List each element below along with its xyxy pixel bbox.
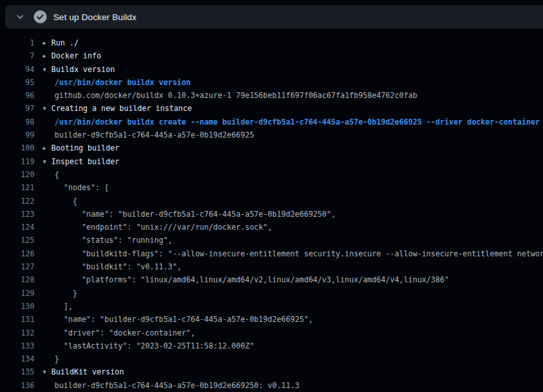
output-text: builder-d9cfb5a1-c764-445a-a57e-0b19d2e6… (55, 379, 299, 392)
output-text: "buildkit": "v0.11.3", (55, 260, 181, 273)
output-text: "nodes": [ (55, 181, 109, 194)
output-text: "name": "builder-d9cfb5a1-c764-445a-a57e… (55, 208, 336, 221)
step-header[interactable]: Set up Docker Buildx (5, 5, 543, 29)
output-text: "buildkitd-flags": "--allow-insecure-ent… (55, 247, 543, 260)
output-text: "lastActivity": "2023-02-25T11:58:12.000… (55, 339, 254, 352)
group-title: Run ./ (51, 36, 79, 49)
group-title: Docker info (51, 49, 101, 62)
log-line: 123 "name": "builder-d9cfb5a1-c764-445a-… (0, 208, 543, 221)
log-group-line[interactable]: 1▶Run ./ (0, 36, 543, 49)
group-collapsed-icon[interactable]: ▶ (43, 49, 51, 62)
line-number[interactable]: 119 (0, 155, 34, 168)
group-collapsed-icon[interactable]: ▶ (43, 36, 51, 49)
line-number[interactable]: 1 (0, 36, 34, 49)
group-expanded-icon[interactable]: ▼ (43, 155, 51, 168)
line-number[interactable]: 135 (0, 365, 34, 378)
line-number[interactable]: 94 (0, 63, 34, 76)
line-number[interactable]: 121 (0, 181, 34, 194)
line-number[interactable]: 131 (0, 313, 34, 326)
log-line: 129 } (0, 287, 543, 300)
line-number[interactable]: 98 (0, 116, 34, 129)
line-number[interactable]: 130 (0, 300, 34, 313)
group-title: Inspect builder (51, 155, 120, 168)
check-circle-icon (34, 10, 47, 23)
chevron-down-icon[interactable] (14, 11, 26, 23)
command-text: /usr/bin/docker buildx create --name bui… (55, 116, 540, 129)
line-number[interactable]: 124 (0, 221, 34, 234)
log-group-line[interactable]: 119▼Inspect builder (0, 155, 543, 168)
line-number[interactable]: 133 (0, 339, 34, 352)
line-number[interactable]: 126 (0, 247, 34, 260)
group-collapsed-icon[interactable]: ▶ (43, 141, 51, 154)
log-group-line[interactable]: 100▶Booting builder (0, 141, 543, 154)
command-text: /usr/bin/docker buildx version (55, 76, 190, 89)
log-line: 133 "lastActivity": "2023-02-25T11:58:12… (0, 339, 543, 352)
log-line: 132 "driver": "docker-container", (0, 326, 543, 339)
line-number[interactable]: 120 (0, 168, 34, 181)
group-expanded-icon[interactable]: ▼ (43, 63, 51, 76)
line-number[interactable]: 129 (0, 287, 34, 300)
step-title: Set up Docker Buildx (53, 12, 136, 22)
log-viewer: 1▶Run ./7▶Docker info94▼Buildx version95… (0, 29, 543, 392)
line-number[interactable]: 7 (0, 49, 34, 62)
log-line: 120{ (0, 168, 543, 181)
line-number[interactable]: 134 (0, 352, 34, 365)
log-line: 124 "endpoint": "unix:///var/run/docker.… (0, 221, 543, 234)
line-number[interactable]: 132 (0, 326, 34, 339)
log-group-line[interactable]: 135▼BuildKit version (0, 365, 543, 378)
log-line: 128 "platforms": "linux/amd64,linux/amd6… (0, 273, 543, 286)
output-text: "driver": "docker-container", (55, 326, 195, 339)
log-line: 121 "nodes": [ (0, 181, 543, 194)
line-number[interactable]: 99 (0, 129, 34, 141)
group-title: Booting builder (51, 141, 120, 154)
log-group-line[interactable]: 7▶Docker info (0, 49, 543, 62)
output-text: "platforms": "linux/amd64,linux/amd64/v2… (55, 273, 449, 286)
output-text: builder-d9cfb5a1-c764-445a-a57e-0b19d2e6… (55, 129, 254, 141)
log-line: 136builder-d9cfb5a1-c764-445a-a57e-0b19d… (0, 379, 543, 392)
log-line: 95/usr/bin/docker buildx version (0, 76, 543, 89)
log-line: 126 "buildkitd-flags": "--allow-insecure… (0, 247, 543, 260)
log-line: 99builder-d9cfb5a1-c764-445a-a57e-0b19d2… (0, 129, 543, 141)
log-group-line[interactable]: 97▼Creating a new builder instance (0, 102, 543, 115)
log-group-line[interactable]: 94▼Buildx version (0, 63, 543, 76)
group-expanded-icon[interactable]: ▼ (43, 365, 51, 378)
chevron-down-glyph (15, 12, 25, 22)
line-number[interactable]: 95 (0, 76, 34, 89)
log-line: 134} (0, 352, 543, 365)
output-text: "endpoint": "unix:///var/run/docker.sock… (55, 221, 272, 234)
group-expanded-icon[interactable]: ▼ (43, 102, 51, 115)
output-text: "name": "builder-d9cfb5a1-c764-445a-a57e… (55, 313, 313, 326)
check-circle-glyph (34, 10, 47, 23)
group-title: BuildKit version (51, 365, 124, 378)
log-line: 130 ], (0, 300, 543, 313)
output-text: ], (55, 300, 73, 313)
line-number[interactable]: 96 (0, 89, 34, 102)
group-title: Buildx version (51, 63, 115, 76)
output-text: { (55, 168, 59, 181)
log-line: 125 "status": "running", (0, 234, 543, 247)
line-number[interactable]: 127 (0, 260, 34, 273)
output-text: "status": "running", (55, 234, 172, 247)
line-number[interactable]: 128 (0, 273, 34, 286)
log-line: 98/usr/bin/docker buildx create --name b… (0, 116, 543, 129)
output-text: } (55, 287, 77, 300)
line-number[interactable]: 100 (0, 141, 34, 154)
log-line: 131 "name": "builder-d9cfb5a1-c764-445a-… (0, 313, 543, 326)
line-number[interactable]: 97 (0, 102, 34, 115)
log-line: 96github.com/docker/buildx 0.10.3+azure-… (0, 89, 543, 102)
output-text: github.com/docker/buildx 0.10.3+azure-1 … (55, 89, 417, 102)
line-number[interactable]: 125 (0, 234, 34, 247)
line-number[interactable]: 136 (0, 379, 34, 392)
group-title: Creating a new builder instance (51, 102, 192, 115)
log-line: 122 { (0, 195, 543, 208)
line-number[interactable]: 122 (0, 195, 34, 208)
log-line: 127 "buildkit": "v0.11.3", (0, 260, 543, 273)
output-text: { (55, 195, 77, 208)
output-text: } (55, 352, 59, 365)
line-number[interactable]: 123 (0, 208, 34, 221)
